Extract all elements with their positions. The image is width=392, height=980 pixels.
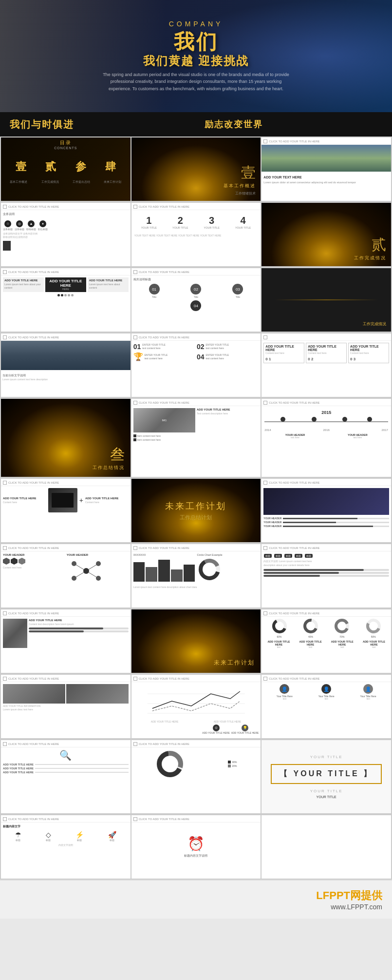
svg-point-7 [96,576,101,581]
s-item-3-title: ADD YOUR TITLE HERE [3,771,34,774]
dot-4 [68,294,70,296]
tw-fill-2 [29,630,84,632]
pie-t2: ADD YOUR TITLE HERE [296,640,326,646]
trophy-item-1: 01 ENTER YOUR TITLEtext content here [133,343,195,351]
road-header: CLICK TO ADD YOUR TITLE IN HERE [1,333,131,341]
pie-t1: ADD YOUR TITLE HERE [263,640,294,646]
tab-item-1: YOUR HEADER [263,517,389,520]
city-slide: CLICK TO ADD YOUR TITLE IN HERE ADD YOUR… [261,137,391,201]
donut-labels: 40% 20% [228,761,237,767]
percent-tags: 标题 标题 标题 标题 标题 [263,553,389,558]
hex-header: CLICK TO ADD YOUR TITLE IN HERE [1,544,131,551]
lc-add-title-2: ADD YOUR TITLE HERE [214,720,242,723]
your-title-slide: YOUR TITLE 【 YOUR TITLE 】 YOUR TITLE YOU… [261,740,391,813]
search-slide: CLICK TO ADD YOUR TITLE IN HERE 🔍 ADD YO… [1,740,131,813]
pie-d3: text [327,646,357,648]
dot-3 [64,294,67,296]
percent-title: CLICK TO ADD YOUR TITLE IN HERE [269,547,319,549]
dl-text-1: 40% [232,761,237,764]
line-chart-svg [133,684,259,718]
tablet-header: CLICK TO ADD YOUR TITLE IN HERE [261,479,391,486]
prog-fill-1 [263,569,364,571]
sym-1-label: 标题 [15,839,21,842]
people-header: CLICK TO ADD YOUR TITLE IN HERE [261,675,391,682]
lc-add-title-1: ADD YOUR TITLE HERE [151,720,179,723]
linechart-title: CLICK TO ADD YOUR TITLE IN HERE [139,677,189,680]
hex-left: YOUR HEADER Content text here [3,553,65,588]
banner-right-text: 励志改变世界 [205,119,263,129]
tl-text-2: text here [327,436,388,439]
icons2-title: CLICK TO ADD YOUR TITLE IN HERE [8,818,59,821]
circle-1: 01 [149,284,160,294]
circle-04: 04 [133,300,259,311]
checkbox-hex [3,546,7,550]
pie-d4: text [359,646,389,648]
tab-fill-3 [283,526,373,527]
icons-desc: 业务说明内容文字 业务内容示例 联络说明 职位说明内容 [3,232,129,239]
pie-t4: ADD YOUR TITLE HERE [359,640,389,646]
dark-placeholder-content: 工作完成情况 [363,321,386,327]
checkbox-road [3,335,7,339]
checkbox-timeline [263,401,267,405]
trophy-text-3: ENTER YOUR TITLEtext content here [145,353,168,360]
row-1: 目录 CONCENTS 壹 贰 参 肆 基本工作概述 工作完成情况 工作提出总结… [0,137,392,202]
search-items: ADD YOUR TITLE HERE ADD YOUR TITLE HERE … [3,763,129,774]
icon-item-1: ☆ 业务标题 [3,218,13,231]
tunnel-items: Item content text here Item content text… [133,434,259,441]
circles-row: 01 Title 02 Title 03 Title [133,284,259,298]
watermark: LFPPT网提供 www.LFPPT.com [0,880,392,919]
checkbox-laptop [3,481,7,485]
sym-1: ☂ 标题 [15,831,21,842]
trophy-num-1: 01 [133,343,141,351]
road-desc-title: 当前分析文字说明 [2,373,129,378]
checkbox-twoimg [3,677,7,681]
checkbox-search [3,742,7,746]
banner-left: 我们与时俱进 [0,118,195,131]
two-img-2 [66,684,129,704]
people-title: CLICK TO ADD YOUR TITLE IN HERE [269,677,319,680]
year-2014: 2014 [264,429,271,431]
pie-3: 70% [335,619,349,638]
hex-right: YOUR HEADER [67,553,129,588]
search-content: 🔍 ADD YOUR TITLE HERE ADD YOUR TITLE HER… [1,747,131,776]
section4-sub: 工作总结计划 [165,514,226,521]
donut-area: Circle Chart Example [197,553,259,584]
piechart-content: 60% 40% 70% [261,617,391,650]
section2-label: 工作完成情况 [354,255,386,261]
your-title-extra: YOUR TITLE [317,795,336,799]
tl-dot-2 [312,417,317,422]
twocol-text: Content text description here lorem ipsu… [29,623,129,626]
trophy-num-2: 02 [197,343,205,351]
circle-2-label: Title [190,295,201,298]
pie-title-1: ADD YOUR TITLE HERE text [263,640,294,648]
toc-slide: 目录 CONCENTS 壹 贰 参 肆 基本工作概述 工作完成情况 工作提出总结… [1,137,131,201]
laptop-left-text: Content here [3,501,46,504]
icon-label-1: 业务标题 [3,228,13,231]
tab-bar-2 [283,522,389,523]
numbers-slide-header: CLICK TO ADD YOUR TITLE IN HERE [131,203,261,210]
icon-symbols: ☂ 标题 ◇ 标题 ⚡ 标题 🚀 标题 [3,831,129,842]
linechart-slide: CLICK TO ADD YOUR TITLE IN HERE ADD YOUR… [131,675,261,738]
laptop-right-text: Content here [85,501,129,504]
toc-title: 目录 [1,139,131,146]
pie-title-4: ADD YOUR TITLE HERE text [359,640,389,648]
twoimg-slide: CLICK TO ADD YOUR TITLE IN HERE ADD YOUR… [1,675,131,738]
bar-label: XXXXXXX [133,553,195,556]
circle-4: 04 [190,300,201,311]
tl-text-1: text here [264,436,325,439]
dark-gold-2-content: 未来工作计划 [214,659,255,667]
row-5: 叁 工作总结情况 CLICK TO ADD YOUR TITLE IN HERE… [0,398,392,478]
hex-content: YOUR HEADER Content text here YOUR HEADE… [1,551,131,589]
card-2-num: 0 2 [308,357,345,361]
laptop-content: ADD YOUR TITLE HERE Content here + ADD Y… [1,486,131,514]
person-2-text: text [318,698,335,700]
checkbox-icons2 [3,817,7,821]
dl-text-2: 20% [232,764,237,767]
laptop-header: CLICK TO ADD YOUR TITLE IN HERE [1,479,131,486]
icons-slide-header: CLICK TO ADD YOUR TITLE IN HERE [1,203,131,210]
twocol-image [3,619,27,648]
plus-icon: + [79,496,83,504]
circle-3-label: Title [232,295,243,298]
pie-svg-2 [303,619,318,633]
hero-title: 我们 [99,30,294,54]
